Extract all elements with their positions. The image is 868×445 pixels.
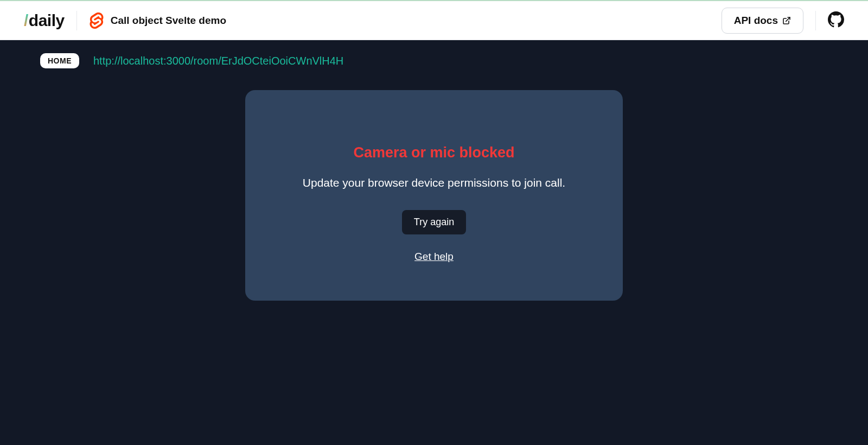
home-button[interactable]: HOME — [40, 53, 79, 68]
get-help-link[interactable]: Get help — [414, 251, 454, 263]
try-again-button[interactable]: Try again — [402, 210, 466, 234]
main-area: HOME http://localhost:3000/room/ErJdOCte… — [0, 40, 868, 445]
github-link[interactable] — [828, 11, 844, 30]
card-wrap: Camera or mic blocked Update your browse… — [0, 90, 868, 301]
daily-logo[interactable]: /daily — [24, 11, 65, 30]
demo-title: Call object Svelte demo — [111, 15, 226, 27]
error-title: Camera or mic blocked — [353, 144, 514, 161]
app-header: /daily Call object Svelte demo API docs — [0, 0, 868, 40]
github-icon — [828, 11, 844, 28]
room-url: http://localhost:3000/room/ErJdOCteiOoiC… — [93, 55, 343, 67]
divider — [815, 11, 816, 30]
error-description: Update your browser device permissions t… — [303, 176, 565, 189]
daily-logo-text: daily — [29, 11, 65, 30]
svg-line-0 — [786, 17, 790, 21]
api-docs-label: API docs — [734, 15, 778, 27]
api-docs-button[interactable]: API docs — [722, 8, 803, 34]
header-right: API docs — [722, 8, 844, 34]
header-left: /daily Call object Svelte demo — [24, 11, 226, 30]
slash-icon: / — [24, 11, 28, 30]
permissions-error-card: Camera or mic blocked Update your browse… — [245, 90, 623, 301]
divider — [76, 11, 77, 30]
top-row: HOME http://localhost:3000/room/ErJdOCte… — [0, 53, 868, 68]
external-link-icon — [782, 16, 791, 25]
svelte-icon — [89, 12, 104, 29]
demo-title-block: Call object Svelte demo — [89, 12, 226, 29]
